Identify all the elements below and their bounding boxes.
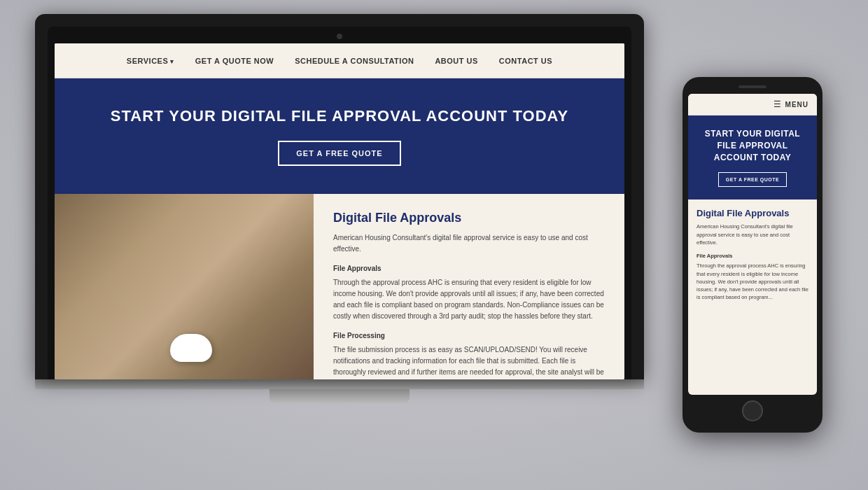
phone-nav: ☰ MENU bbox=[688, 94, 817, 115]
laptop-body: SERVICES GET A QUOTE NOW SCHEDULE A CONS… bbox=[35, 14, 644, 379]
laptop-stand bbox=[270, 389, 410, 403]
nav-get-quote[interactable]: GET A QUOTE NOW bbox=[195, 57, 274, 65]
phone-menu-label[interactable]: MENU bbox=[785, 101, 808, 108]
phone-file-approvals-text: Through the approval process AHC is ensu… bbox=[696, 262, 808, 301]
phone-content-intro: American Housing Consultant's digital fi… bbox=[696, 223, 808, 246]
phone-speaker bbox=[738, 85, 766, 88]
content-section-title: Digital File Approvals bbox=[333, 211, 605, 225]
phone-screen: ☰ MENU START YOUR DIGITAL FILE APPROVAL … bbox=[688, 94, 817, 395]
phone-hero-title: START YOUR DIGITAL FILE APPROVAL ACCOUNT… bbox=[696, 128, 808, 163]
phone-file-approvals-title: File Approvals bbox=[696, 252, 808, 260]
laptop-hero-cta-button[interactable]: GET A FREE QUOTE bbox=[278, 141, 400, 166]
laptop-hero-section: START YOUR DIGITAL FILE APPROVAL ACCOUNT… bbox=[55, 78, 624, 194]
laptop-base bbox=[35, 379, 644, 389]
file-processing-title: File Processing bbox=[333, 330, 605, 342]
site-nav: SERVICES GET A QUOTE NOW SCHEDULE A CONS… bbox=[55, 43, 624, 78]
laptop-content-image bbox=[55, 194, 314, 379]
scene: SERVICES GET A QUOTE NOW SCHEDULE A CONS… bbox=[0, 0, 868, 490]
file-processing-text: The file submission process is as easy a… bbox=[333, 344, 605, 379]
phone: ☰ MENU START YOUR DIGITAL FILE APPROVAL … bbox=[682, 77, 822, 433]
phone-content: Digital File Approvals American Housing … bbox=[688, 200, 817, 315]
content-intro: American Housing Consultant's digital fi… bbox=[333, 232, 605, 255]
phone-menu-icon: ☰ bbox=[774, 99, 781, 109]
file-approvals-title: File Approvals bbox=[333, 263, 605, 274]
phone-hero-section: START YOUR DIGITAL FILE APPROVAL ACCOUNT… bbox=[688, 115, 817, 200]
laptop-hero-title: START YOUR DIGITAL FILE APPROVAL ACCOUNT… bbox=[111, 106, 568, 127]
phone-body: ☰ MENU START YOUR DIGITAL FILE APPROVAL … bbox=[682, 77, 822, 433]
nav-about[interactable]: ABOUT US bbox=[435, 57, 477, 65]
laptop: SERVICES GET A QUOTE NOW SCHEDULE A CONS… bbox=[35, 14, 644, 403]
laptop-content-text: Digital File Approvals American Housing … bbox=[314, 194, 624, 379]
mouse-shape bbox=[170, 334, 212, 362]
file-approvals-text: Through the approval process AHC is ensu… bbox=[333, 277, 605, 322]
nav-contact[interactable]: CONTACT US bbox=[499, 57, 552, 65]
nav-services[interactable]: SERVICES bbox=[127, 57, 174, 65]
laptop-screen: SERVICES GET A QUOTE NOW SCHEDULE A CONS… bbox=[55, 43, 624, 379]
laptop-screen-bezel: SERVICES GET A QUOTE NOW SCHEDULE A CONS… bbox=[48, 27, 631, 379]
laptop-content-section: Digital File Approvals American Housing … bbox=[55, 194, 624, 379]
hand-mouse-image bbox=[69, 208, 300, 379]
laptop-camera bbox=[337, 34, 342, 39]
phone-hero-cta-button[interactable]: GET A FREE QUOTE bbox=[718, 172, 787, 187]
nav-schedule[interactable]: SCHEDULE A CONSULTATION bbox=[295, 57, 414, 65]
phone-content-section-title: Digital File Approvals bbox=[696, 208, 808, 218]
phone-home-button[interactable] bbox=[742, 400, 763, 421]
